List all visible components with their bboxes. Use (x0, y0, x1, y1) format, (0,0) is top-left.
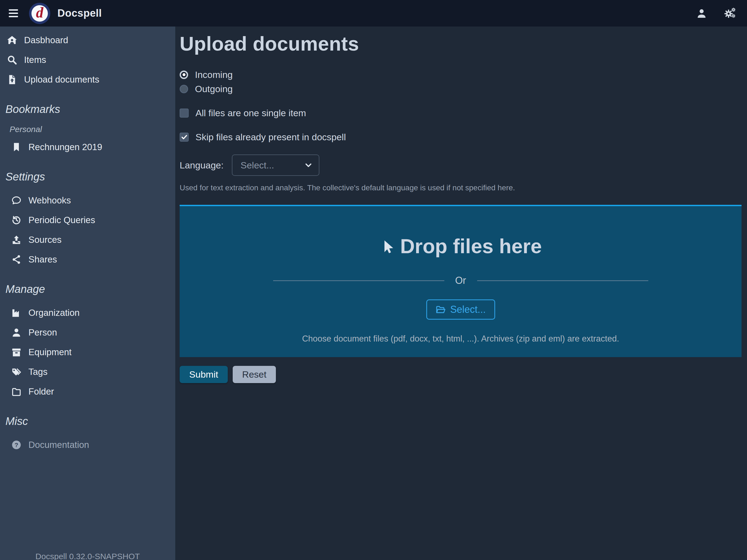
sidebar-item-shares[interactable]: Shares (0, 250, 175, 269)
gears-icon[interactable] (724, 7, 736, 19)
sidebar-item-folder[interactable]: Folder (0, 382, 175, 401)
sidebar-item-label: Webhooks (28, 195, 71, 206)
section-title-settings: Settings (0, 171, 175, 183)
sidebar-item-label: Rechnungen 2019 (28, 142, 102, 152)
sidebar-item-documentation[interactable]: Documentation (0, 435, 175, 455)
check-icon (181, 133, 188, 141)
language-help-text: Used for text extraction and analysis. T… (180, 183, 742, 192)
sidebar-item-tags[interactable]: Tags (0, 362, 175, 382)
sidebar-item-organization[interactable]: Organization (0, 303, 175, 323)
main-content: Upload documents Incoming Outgoing All f… (175, 27, 747, 560)
radio-label: Incoming (195, 70, 233, 80)
or-divider: Or (273, 275, 648, 286)
tags-icon (11, 367, 22, 377)
sidebar-item-webhooks[interactable]: Webhooks (0, 190, 175, 210)
checkbox-single-item[interactable]: All files are one single item (180, 106, 742, 120)
sidebar-item-label: Items (24, 55, 46, 65)
checkbox-icon[interactable] (180, 133, 189, 142)
language-select-value: Select... (241, 160, 274, 171)
person-icon (11, 327, 22, 338)
box-icon (11, 347, 22, 357)
sidebar-item-label: Dasbhoard (24, 35, 68, 45)
folder-open-icon (435, 304, 446, 315)
sidebar-item-items[interactable]: Items (0, 50, 175, 70)
radio-outgoing[interactable]: Outgoing (180, 82, 742, 96)
house-user-icon (7, 35, 17, 45)
file-upload-icon (7, 74, 17, 85)
checkbox-icon[interactable] (180, 108, 189, 118)
sidebar-item-label: Shares (28, 254, 57, 265)
logo-letter: d (31, 5, 48, 22)
sidebar-item-dashboard[interactable]: Dasbhoard (0, 30, 175, 50)
bookmarks-group-personal: Personal (0, 123, 175, 136)
menu-icon[interactable] (9, 9, 18, 17)
history-icon (11, 215, 22, 225)
checkbox-label: Skip files already present in docspell (196, 132, 346, 143)
file-dropzone[interactable]: Drop files here Or Select... Choose docu… (180, 205, 742, 357)
sidebar-item-label: Upload documents (24, 74, 99, 85)
folder-icon (11, 386, 22, 397)
sidebar-item-label: Organization (28, 308, 80, 318)
sidebar-item-label: Folder (28, 386, 54, 397)
industry-icon (11, 308, 22, 318)
sidebar-item-person[interactable]: Person (0, 323, 175, 342)
sidebar-item-upload-documents[interactable]: Upload documents (0, 70, 175, 90)
dropzone-title: Drop files here (400, 235, 542, 258)
sidebar-item-label: Equipment (28, 347, 72, 357)
section-title-bookmarks: Bookmarks (0, 103, 175, 116)
user-icon[interactable] (696, 8, 707, 19)
upload-icon (11, 235, 22, 245)
section-title-manage: Manage (0, 283, 175, 295)
radio-incoming[interactable]: Incoming (180, 68, 742, 82)
sidebar-item-equipment[interactable]: Equipment (0, 342, 175, 362)
radio-unselected-icon[interactable] (180, 85, 188, 93)
top-bar: d Docspell (0, 0, 747, 27)
sidebar-item-label: Sources (28, 235, 61, 245)
or-label: Or (455, 275, 466, 286)
question-circle-icon (11, 440, 22, 450)
app-version: Docspell 0.32.0-SNAPSHOT (0, 552, 175, 560)
sidebar-item-label: Tags (28, 367, 48, 377)
comment-icon (11, 195, 22, 206)
app-title: Docspell (57, 7, 102, 19)
radio-label: Outgoing (195, 84, 233, 94)
sidebar-item-periodic-queries[interactable]: Periodic Queries (0, 210, 175, 230)
radio-selected-icon[interactable] (180, 71, 188, 79)
language-select[interactable]: Select... (232, 154, 319, 176)
docspell-logo[interactable]: d (29, 3, 50, 24)
reset-button[interactable]: Reset (233, 366, 276, 383)
page-title: Upload documents (180, 32, 742, 55)
checkbox-label: All files are one single item (196, 108, 306, 119)
sidebar-item-label: Periodic Queries (28, 215, 95, 225)
sidebar: Dasbhoard Items Upload documents Bookmar… (0, 27, 175, 560)
sidebar-item-label: Documentation (28, 440, 89, 450)
checkbox-skip-duplicates[interactable]: Skip files already present in docspell (180, 130, 742, 144)
dropzone-hint: Choose document files (pdf, docx, txt, h… (302, 334, 619, 344)
language-label: Language: (180, 160, 224, 171)
sidebar-item-rechnungen-2019[interactable]: Rechnungen 2019 (0, 137, 175, 157)
select-files-label: Select... (450, 304, 486, 315)
search-icon (7, 55, 17, 65)
share-nodes-icon (11, 254, 22, 265)
sidebar-item-label: Person (28, 327, 57, 338)
bookmark-icon (11, 142, 22, 152)
divider-line (273, 280, 444, 281)
form-actions: Submit Reset (180, 366, 742, 383)
topbar-actions (696, 7, 739, 19)
divider-line (477, 280, 648, 281)
submit-button[interactable]: Submit (180, 366, 228, 383)
dropzone-title-row: Drop files here (379, 235, 542, 258)
select-files-button[interactable]: Select... (426, 299, 495, 320)
language-row: Language: Select... (180, 154, 742, 176)
section-title-misc: Misc (0, 415, 175, 427)
chevron-down-icon (304, 161, 313, 170)
sidebar-item-sources[interactable]: Sources (0, 230, 175, 250)
mouse-pointer-icon (379, 239, 394, 255)
